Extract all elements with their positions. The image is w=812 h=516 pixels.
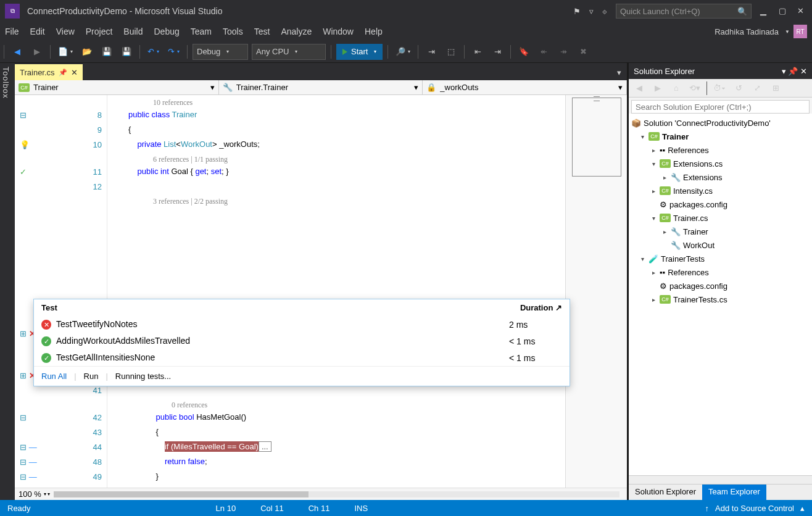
test-row[interactable]: ✓TestGetAllIntensitiesNone< 1 ms — [34, 349, 570, 366]
start-button[interactable]: Start▾ — [336, 44, 383, 60]
code-editor[interactable]: 10 referencespublic class Trainer{ priva… — [107, 95, 565, 488]
run-link[interactable]: Run — [84, 372, 99, 381]
tab-team-explorer[interactable]: Team Explorer — [702, 485, 766, 500]
new-project-button[interactable]: 📄▾ — [56, 44, 75, 60]
nav-method-dropdown[interactable]: 🔧Trainer.Trainer▾ — [219, 80, 423, 94]
bookmark-button[interactable]: 🔖 — [516, 44, 532, 60]
quick-launch-input[interactable]: Quick Launch (Ctrl+Q)🔍 — [616, 4, 752, 19]
step-into-button[interactable]: ⇥ — [423, 44, 439, 60]
se-collapse-button[interactable]: ⤢ — [749, 80, 765, 96]
tree-node[interactable]: ⚙packages.config — [629, 279, 812, 293]
user-avatar[interactable]: RT — [793, 25, 807, 38]
tree-node[interactable]: ▸🔧Extensions — [629, 170, 812, 184]
close-tab-icon[interactable]: ✕ — [71, 68, 78, 77]
feedback-icon[interactable]: ▿ — [589, 7, 594, 16]
tree-node[interactable]: ▸🔧Trainer — [629, 225, 812, 238]
status-col: Col 11 — [260, 504, 284, 513]
tree-node[interactable]: ▸C#TrainerTests.cs — [629, 293, 812, 306]
run-all-link[interactable]: Run All — [41, 372, 67, 381]
tab-trainer-cs[interactable]: Trainer.cs 📌 ✕ — [15, 64, 83, 80]
tree-node[interactable]: ▾C#Trainer.cs — [629, 211, 812, 225]
menu-test[interactable]: Test — [254, 27, 270, 36]
panel-tabs: Solution Explorer Team Explorer — [629, 484, 812, 500]
panel-dropdown-icon[interactable]: ▾ — [782, 67, 786, 76]
menu-view[interactable]: View — [56, 27, 75, 36]
se-refresh-button[interactable]: ↺ — [731, 80, 747, 96]
menu-tools[interactable]: Tools — [223, 27, 243, 36]
app-sync-icon[interactable]: ⟐ — [602, 7, 607, 16]
redo-button[interactable]: ↷▾ — [165, 44, 182, 60]
flag-icon[interactable]: ⚑ — [573, 7, 581, 16]
save-button[interactable]: 💾 — [99, 44, 115, 60]
se-sync-button[interactable]: ⟲▾ — [687, 80, 703, 96]
panel-title: Solution Explorer — [634, 67, 695, 76]
popout-icon[interactable]: ↗ — [555, 303, 562, 312]
menu-team[interactable]: Team — [191, 27, 212, 36]
nav-forward-button[interactable]: ▶ — [29, 44, 45, 60]
outdent-button[interactable]: ⇤ — [470, 44, 486, 60]
find-button[interactable]: 🔎▾ — [393, 44, 413, 60]
tree-node[interactable]: ▾C#Trainer — [629, 130, 812, 143]
zoom-level[interactable]: 100 % — [19, 489, 41, 499]
menu-project[interactable]: Project — [86, 27, 113, 36]
tree-node[interactable]: ▸C#Intensity.cs — [629, 184, 812, 198]
se-history-button[interactable]: ⏱▾ — [711, 80, 728, 96]
horizontal-scrollbar[interactable] — [54, 491, 619, 497]
panel-close-icon[interactable]: ✕ — [800, 67, 807, 76]
solution-search-input[interactable] — [631, 100, 810, 114]
solution-root[interactable]: 📦Solution 'ConnectProductivityDemo' — [629, 116, 812, 130]
solution-tree[interactable]: 📦Solution 'ConnectProductivityDemo' ▾C#T… — [629, 114, 812, 475]
menu-build[interactable]: Build — [123, 27, 143, 36]
se-home-button[interactable]: ⌂ — [668, 80, 684, 96]
editor-footer: 100 % ▾ ▾ — [15, 488, 627, 500]
save-all-button[interactable]: 💾 — [118, 44, 135, 60]
se-forward-button[interactable]: ▶ — [650, 80, 666, 96]
clear-bookmarks-button[interactable]: ✖ — [575, 44, 591, 60]
panel-pin-icon[interactable]: 📌 — [788, 67, 798, 76]
config-dropdown[interactable]: Debug▾ — [193, 44, 248, 60]
minimize-icon[interactable]: ▁ — [760, 6, 770, 16]
menu-help[interactable]: Help — [365, 27, 383, 36]
user-menu-caret-icon[interactable]: ▼ — [785, 29, 790, 35]
solution-scrollbar[interactable] — [629, 475, 812, 484]
platform-dropdown[interactable]: Any CPU▾ — [252, 44, 326, 60]
menu-window[interactable]: Window — [323, 27, 354, 36]
tree-node[interactable]: ⚙packages.config — [629, 198, 812, 211]
se-showall-button[interactable]: ⊞ — [768, 80, 784, 96]
next-bookmark-button[interactable]: ↠ — [555, 44, 571, 60]
status-bar: Ready Ln 10 Col 11 Ch 11 INS ↑Add to Sou… — [0, 500, 812, 516]
status-publish-icon[interactable]: ↑ — [705, 504, 710, 513]
toolbox-panel-tab[interactable]: Toolbox — [0, 63, 15, 500]
maximize-icon[interactable]: ▢ — [779, 6, 789, 16]
tree-node[interactable]: ▾C#Extensions.cs — [629, 157, 812, 170]
undo-button[interactable]: ↶▾ — [145, 44, 162, 60]
test-results-popup: TestDuration ↗ ✕TestTweetifyNoNotes2 ms✓… — [33, 299, 570, 386]
pin-icon[interactable]: 📌 — [59, 69, 67, 77]
tab-overflow-icon[interactable]: ▾ — [611, 64, 627, 80]
status-ch: Ch 11 — [309, 504, 330, 513]
open-file-button[interactable]: 📂 — [79, 44, 95, 60]
prev-bookmark-button[interactable]: ↞ — [536, 44, 552, 60]
tree-node[interactable]: ▸▪▪References — [629, 143, 812, 157]
nav-back-button[interactable]: ◀ — [9, 44, 25, 60]
close-icon[interactable]: ✕ — [797, 6, 807, 16]
menu-file[interactable]: File — [5, 27, 19, 36]
user-name[interactable]: Radhika Tadinada — [715, 27, 779, 36]
test-row[interactable]: ✓AddingWorkoutAddsMilesTravelled< 1 ms — [34, 333, 570, 349]
nav-field-dropdown[interactable]: 🔒_workOuts▾ — [423, 80, 627, 94]
se-back-button[interactable]: ◀ — [631, 80, 647, 96]
nav-class-dropdown[interactable]: C#Trainer▾ — [15, 80, 219, 94]
tree-node[interactable]: 🔧WorkOut — [629, 238, 812, 252]
menu-edit[interactable]: Edit — [30, 27, 45, 36]
menu-analyze[interactable]: Analyze — [281, 27, 312, 36]
indent-button[interactable]: ⇥ — [489, 44, 505, 60]
step-over-button[interactable]: ⬚ — [443, 44, 459, 60]
tree-node[interactable]: ▾🧪TrainerTests — [629, 252, 812, 265]
document-tabs: Trainer.cs 📌 ✕ ▾ — [15, 63, 627, 80]
code-minimap[interactable] — [565, 95, 627, 488]
test-row[interactable]: ✕TestTweetifyNoNotes2 ms — [34, 316, 570, 333]
tree-node[interactable]: ▸▪▪References — [629, 265, 812, 279]
menu-debug[interactable]: Debug — [154, 27, 180, 36]
status-source-control[interactable]: Add to Source Control — [715, 504, 794, 513]
tab-solution-explorer[interactable]: Solution Explorer — [629, 485, 702, 500]
